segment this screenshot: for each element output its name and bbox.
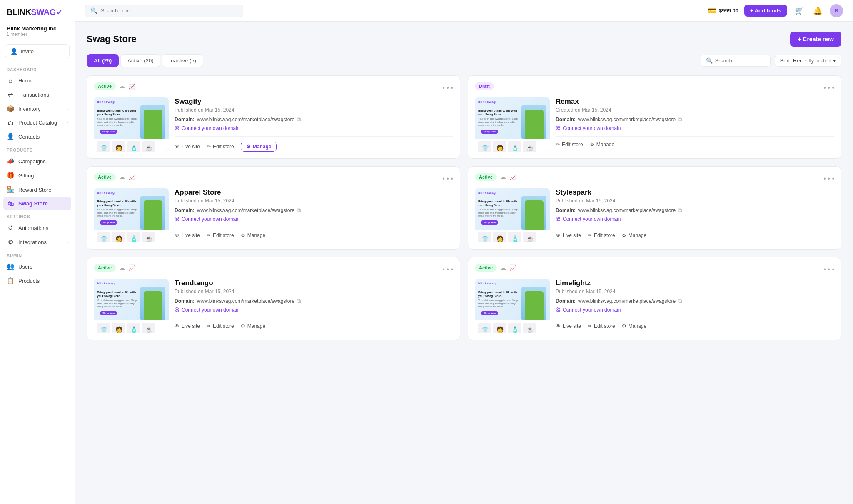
chart-icon[interactable]: 📈 (509, 174, 516, 180)
link-icon: ⛓ (175, 125, 180, 131)
store-live-site-button[interactable]: 👁 Live site (175, 323, 200, 329)
store-name: Apparel Store (175, 188, 453, 197)
card-more-button[interactable]: • • • (442, 175, 453, 182)
store-live-site-button[interactable]: 👁 Live site (556, 323, 581, 329)
card-more-button[interactable]: • • • (442, 266, 453, 273)
store-search-bar[interactable]: 🔍 (701, 55, 771, 67)
store-manage-button[interactable]: ⚙ Manage (622, 232, 646, 238)
store-edit-store-button[interactable]: ✏ Edit store (207, 323, 234, 329)
store-manage-button[interactable]: ⚙ Manage (590, 142, 614, 147)
sidebar-item-products-admin[interactable]: 📋 Products (0, 274, 75, 288)
add-funds-button[interactable]: + Add funds (744, 5, 787, 17)
cloud-icon[interactable]: ☁ (500, 174, 506, 180)
store-manage-button[interactable]: ⚙ Manage (241, 232, 265, 238)
store-actions: 👁 Live site ✏ Edit store ⚙ Manage (556, 227, 834, 238)
edit-store-label: Edit store (213, 232, 234, 238)
card-more-button[interactable]: • • • (823, 266, 834, 273)
copy-icon[interactable]: ⧉ (678, 207, 682, 214)
copy-icon[interactable]: ⧉ (678, 298, 682, 304)
store-edit-store-button[interactable]: ✏ Edit store (556, 142, 583, 147)
cloud-icon[interactable]: ☁ (119, 174, 125, 180)
manage-icon: ⚙ (241, 323, 245, 329)
store-edit-store-button[interactable]: ✏ Edit store (588, 323, 615, 329)
thumb-shop-btn: Shop Now (481, 130, 498, 134)
manage-label: Manage (596, 142, 614, 147)
sidebar-item-contacts[interactable]: 👤 Contacts (0, 130, 75, 144)
sidebar-item-automations[interactable]: ↺ Automations (0, 221, 75, 235)
copy-icon[interactable]: ⧉ (297, 207, 301, 214)
avatar[interactable]: B (830, 4, 843, 17)
own-domain-link[interactable]: ⛓ Connect your own domain (556, 216, 834, 222)
store-manage-button[interactable]: ⚙ Manage (241, 142, 277, 152)
edit-store-label: Edit store (594, 232, 615, 238)
copy-icon[interactable]: ⧉ (678, 116, 682, 123)
chart-icon[interactable]: 📈 (509, 264, 516, 271)
tab-all[interactable]: All (25) (87, 54, 119, 67)
store-info: Apparel Store Published on Mar 15, 2024 … (175, 188, 453, 238)
chevron-right-icon: › (67, 120, 68, 125)
topbar-search-input[interactable] (101, 7, 238, 14)
cloud-icon[interactable]: ☁ (119, 83, 125, 90)
sidebar-item-users[interactable]: 👥 Users (0, 259, 75, 274)
copy-icon[interactable]: ⧉ (297, 116, 301, 123)
sidebar-item-reward-store[interactable]: 🏪 Reward Store (0, 182, 75, 197)
create-new-button[interactable]: + Create new (790, 32, 841, 47)
topbar-search-bar[interactable]: 🔍 (85, 5, 243, 17)
sidebar-item-transactions[interactable]: ⇌ Transactions › (0, 87, 75, 102)
topbar: 🔍 💳 $999.00 + Add funds 🛒 🔔 B (75, 0, 853, 22)
own-domain-link[interactable]: ⛓ Connect your own domain (556, 307, 834, 313)
link-icon: ⛓ (175, 307, 180, 313)
thumb-subtext: Your all-in-one swag platform. Shop, sto… (97, 117, 140, 127)
cart-button[interactable]: 🛒 (793, 5, 806, 17)
products-admin-icon: 📋 (7, 277, 14, 284)
sidebar-item-integrations[interactable]: ⚙ Integrations › (0, 235, 75, 249)
store-card-stylespark: Active ☁ 📈 • • • blinkswag Bring your br… (468, 166, 841, 250)
sidebar-item-product-catalog[interactable]: 🗂 Product Catalog › (0, 116, 75, 130)
store-live-site-button[interactable]: 👁 Live site (175, 144, 200, 150)
chart-icon[interactable]: 📈 (128, 83, 135, 90)
domain-value: www.blinkswag.com/marketplace/swagstore (197, 298, 294, 304)
invite-button[interactable]: 👤 Invite (5, 44, 70, 58)
logo-swag: SWAG (31, 7, 56, 17)
own-domain-link[interactable]: ⛓ Connect your own domain (556, 125, 834, 131)
home-icon: ⌂ (7, 77, 14, 84)
sidebar-item-swag-store[interactable]: 🛍 Swag Store (3, 197, 71, 210)
chart-icon[interactable]: 📈 (128, 264, 135, 271)
card-more-button[interactable]: • • • (442, 84, 453, 92)
edit-store-label: Edit store (213, 144, 234, 150)
store-name: Swagify (175, 97, 453, 106)
cloud-icon[interactable]: ☁ (500, 264, 506, 271)
sidebar-item-inventory[interactable]: 📦 Inventory › (0, 102, 75, 116)
sidebar-item-reward-store-label: Reward Store (18, 187, 51, 193)
store-manage-button[interactable]: ⚙ Manage (622, 323, 646, 329)
sidebar-item-gifting[interactable]: 🎁 Gifting (0, 168, 75, 182)
notifications-button[interactable]: 🔔 (811, 5, 824, 17)
store-manage-button[interactable]: ⚙ Manage (241, 323, 265, 329)
thumb-product-mug: ☕ (523, 141, 536, 152)
gifting-icon: 🎁 (7, 172, 14, 179)
own-domain-link[interactable]: ⛓ Connect your own domain (175, 125, 453, 131)
tab-inactive[interactable]: Inactive (5) (162, 54, 203, 67)
tab-active[interactable]: Active (20) (120, 54, 160, 67)
stores-grid: Active ☁ 📈 • • • blinkswag Bring your br… (87, 75, 841, 340)
store-search-input[interactable] (715, 57, 765, 64)
sidebar-item-home[interactable]: ⌂ Home (0, 74, 75, 87)
store-edit-store-button[interactable]: ✏ Edit store (588, 232, 615, 238)
store-edit-store-button[interactable]: ✏ Edit store (207, 232, 234, 238)
own-domain-link[interactable]: ⛓ Connect your own domain (175, 216, 453, 222)
cloud-icon[interactable]: ☁ (119, 264, 125, 271)
card-more-button[interactable]: • • • (823, 175, 834, 182)
sidebar-item-campaigns[interactable]: 📣 Campaigns (0, 154, 75, 168)
card-top-row: Active ☁ 📈 • • • (94, 82, 453, 93)
store-live-site-button[interactable]: 👁 Live site (556, 232, 581, 238)
copy-icon[interactable]: ⧉ (297, 298, 301, 304)
sort-button[interactable]: Sort: Recently added ▾ (775, 55, 841, 67)
store-live-site-button[interactable]: 👁 Live site (175, 232, 200, 238)
thumb-text-block: Bring your brand to life with your Swag … (97, 109, 140, 136)
card-more-button[interactable]: • • • (823, 84, 834, 92)
store-badges: Active ☁ 📈 (94, 264, 135, 272)
own-domain-link[interactable]: ⛓ Connect your own domain (175, 307, 453, 313)
store-domain-row: Domain: www.blinkswag.com/marketplace/sw… (175, 298, 453, 304)
chart-icon[interactable]: 📈 (128, 174, 135, 180)
store-edit-store-button[interactable]: ✏ Edit store (207, 144, 234, 150)
